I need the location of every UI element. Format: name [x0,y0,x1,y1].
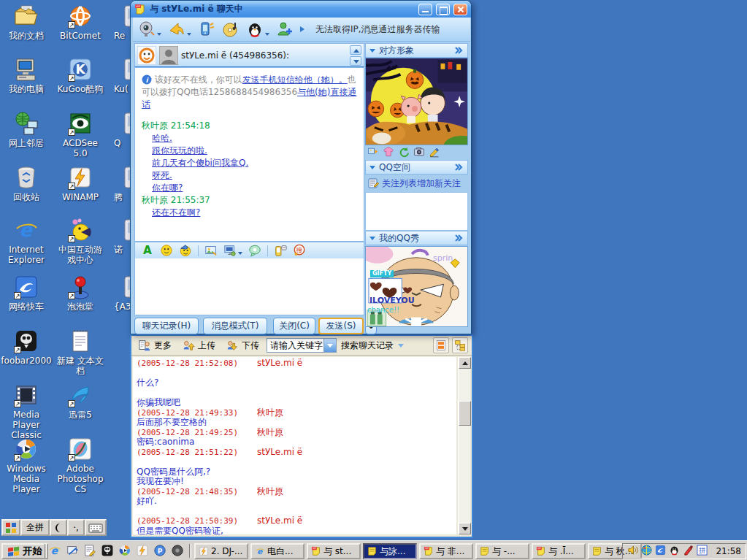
winamp-quicklaunch-icon[interactable] [136,544,149,559]
send-file-button[interactable] [168,20,191,38]
history-scrollbar[interactable] [458,357,470,534]
taskbar-button[interactable]: e电白... [250,543,304,559]
message-input[interactable] [134,258,364,315]
qq-service-button[interactable] [246,20,269,38]
blue-player-quicklaunch-icon[interactable]: P [153,544,166,559]
bubble-button[interactable] [248,244,261,257]
ime-punctuation-button[interactable]: ·, [67,519,85,536]
keyword-input[interactable]: 请输入关键字 [267,340,323,352]
add-friend-button[interactable] [276,20,294,38]
chevrons-icon[interactable] [453,162,464,172]
ime-mode-button[interactable]: 全拼 [20,519,50,536]
peer-avatar[interactable] [159,46,178,65]
folder-tree-button[interactable] [452,337,468,353]
section-peer-show[interactable]: 对方形象 [365,43,468,58]
photo-button[interactable] [413,146,425,160]
wmp-quicklaunch-icon[interactable] [118,544,131,559]
desktop-icon[interactable]: WINAMP [55,165,106,202]
sign-button[interactable] [429,146,440,160]
ime-input-method-button[interactable] [1,519,20,536]
search-history-button[interactable]: 搜索聊天记录 [341,340,404,352]
gray-app-quicklaunch-icon[interactable] [171,544,184,559]
pen-tray-tray-icon[interactable] [683,545,694,558]
section-qzone[interactable]: QQ空间 [365,160,468,174]
desktop-icon[interactable]: 网上邻居 [1,111,52,148]
message-mode-button[interactable]: 消息模式(T) [203,318,267,334]
upload-button[interactable]: 上传 [179,337,218,353]
desktop-icon[interactable]: 迅雷5 [55,383,106,420]
chat-history-button[interactable]: 聊天记录(H) [134,318,199,334]
desktop-icon[interactable]: BitComet [55,4,106,41]
ime-softkeyboard-button[interactable] [85,519,107,536]
ime-fullwidth-button[interactable] [50,519,67,536]
desktop-icon[interactable]: 新建 文本文档 [55,329,106,376]
desktop-icon[interactable]: 我的电脑 [1,57,52,94]
font-button[interactable]: A [141,244,154,257]
send-button[interactable]: 发送(S) [318,318,364,334]
video-chat-button[interactable] [138,20,161,38]
pinyin-tray-icon[interactable]: 拼 [697,545,708,558]
magic-emote-button[interactable] [179,244,192,257]
taskbar-button[interactable]: 2. DJ-... [194,543,248,559]
show-desktop-quicklaunch-icon[interactable] [66,544,79,559]
more-button[interactable]: 更多 [135,337,175,353]
close-chat-button[interactable]: 关闭(C) [273,318,315,334]
switch-show-button[interactable] [367,146,379,160]
desktop-icon[interactable]: ACDSee 5.0 [55,111,106,158]
split-view-button[interactable] [433,337,449,353]
globe-tray-tray-icon[interactable] [641,545,652,558]
combo-dropdown-button[interactable] [323,339,336,352]
desktop-icon[interactable]: foobar2000 [1,329,52,366]
peer-qqshow-image[interactable] [365,58,468,145]
desktop-icon[interactable]: 中国互动游戏中心 [55,218,106,265]
scroll-up-button[interactable] [350,45,361,55]
taskbar-button[interactable]: VIP与 st... [307,543,361,559]
section-my-qqshow[interactable]: 我的QQ秀 [365,231,468,245]
scrollbar-thumb[interactable] [459,401,471,426]
toolbar-expand-icon[interactable] [300,26,304,32]
desktop-icon[interactable]: Media Player Classic [1,383,52,440]
qq-service-tray-icon[interactable] [669,545,680,558]
minimize-button[interactable] [418,4,432,15]
scroll-down-button[interactable] [350,56,361,66]
taskbar-button[interactable]: 与 -... [475,543,529,559]
chevrons-icon[interactable] [453,233,464,243]
desktop-icon[interactable]: 泡泡堂 [55,275,106,312]
send-sms-link[interactable]: 发送手机短信给他（她）。 [242,74,348,85]
scrollbar-down-button[interactable] [459,523,471,534]
capture-button[interactable] [223,244,242,257]
clothes-button[interactable] [383,146,394,160]
chevrons-icon[interactable] [453,45,464,55]
desktop-icon[interactable]: Windows Media Player [1,437,52,494]
image-button[interactable] [204,244,218,257]
clock[interactable]: 21:58 [716,546,741,556]
start-button[interactable]: 开始 [1,543,48,559]
my-qqshow-image[interactable]: sprin GIFTY ILOVEYOU chance!! [365,246,468,327]
qzone-follow-link[interactable]: 关注列表增加新关注 [365,176,468,191]
foobar-quicklaunch-icon[interactable] [101,544,114,559]
desktop-icon[interactable]: 回收站 [1,165,52,202]
maximize-button[interactable] [436,4,450,15]
desktop-icon[interactable]: 网络快车 [1,275,52,312]
phone-msg-button[interactable] [274,244,287,257]
desktop-icon[interactable]: KKuGoo酷狗 [55,57,106,94]
flashget-tray-icon[interactable] [655,545,666,558]
music-cd-button[interactable] [222,20,240,38]
wordpad-quicklaunch-icon[interactable] [83,544,96,559]
search-button[interactable]: 搜 [293,244,306,257]
download-button[interactable]: 下传 [223,337,262,353]
taskbar-button[interactable]: VIP与 非... [419,543,473,559]
smiley-button[interactable] [160,244,173,257]
desktop-icon[interactable]: eInternet Explorer [1,218,52,265]
ie-quicklaunch-icon[interactable]: e [48,544,61,559]
desktop-icon[interactable]: 我的文档 [1,4,52,41]
chat-titlebar[interactable]: VIP 与 stУLe.mi ё 聊天中 [131,1,471,18]
mobile-msg-button[interactable] [198,20,215,38]
close-button[interactable] [453,4,467,15]
taskbar-button[interactable]: 与詠... [363,543,417,559]
taskbar-button[interactable]: VIP与 .Ī... [532,543,586,559]
keyword-combobox[interactable]: 请输入关键字 [267,338,337,353]
desktop-icon[interactable]: Adobe Photoshop CS [55,437,106,494]
refresh-button[interactable] [398,146,410,160]
scrollbar-up-button[interactable] [459,357,471,369]
